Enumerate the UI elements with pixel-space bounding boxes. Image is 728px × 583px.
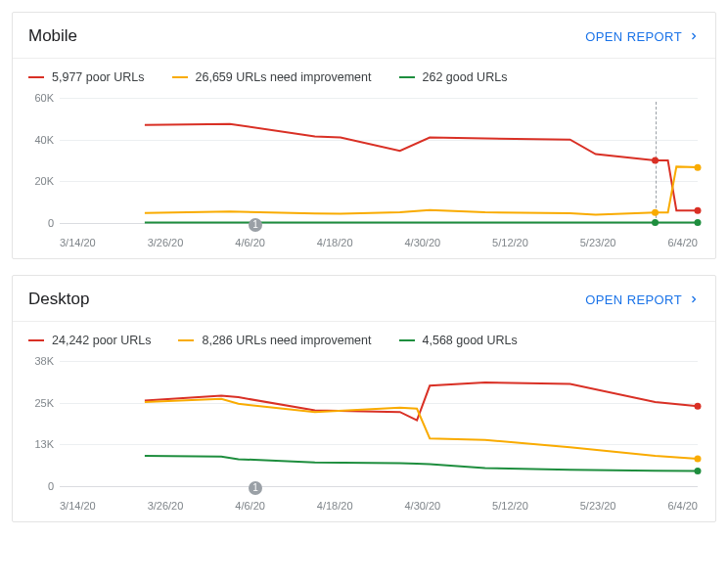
annotation-badge[interactable]: 1 <box>249 481 262 495</box>
x-tick-label: 3/26/20 <box>148 237 184 248</box>
series-dot <box>652 157 659 164</box>
card-header: Mobile OPEN REPORT <box>13 13 715 59</box>
series-line <box>145 166 698 214</box>
x-tick-label: 5/12/20 <box>492 500 528 512</box>
x-tick-label: 5/23/20 <box>580 500 616 512</box>
chevron-right-icon <box>688 30 700 42</box>
x-tick-label: 4/18/20 <box>317 500 353 512</box>
legend-needs-improvement: 26,659 URLs need improvement <box>172 70 372 84</box>
legend-swatch-good <box>399 76 415 78</box>
legend-value: 26,659 <box>196 70 233 84</box>
legend: 24,242 poor URLs 8,286 URLs need improve… <box>13 322 715 353</box>
legend-swatch-poor <box>28 76 44 78</box>
legend-needs-improvement: 8,286 URLs need improvement <box>178 334 371 347</box>
legend-poor: 5,977 poor URLs <box>28 70 145 84</box>
series-dot <box>695 219 702 226</box>
x-tick-label: 4/30/20 <box>404 237 440 248</box>
y-tick-label: 13K <box>28 438 54 450</box>
legend-label: poor URLs <box>86 70 145 84</box>
chart-area: 60K40K20K013/14/203/26/204/6/204/18/204/… <box>13 90 715 258</box>
annotation-badge[interactable]: 1 <box>249 218 262 232</box>
chart-area: 38K25K13K013/14/203/26/204/6/204/18/204/… <box>13 353 715 521</box>
x-tick-label: 4/6/20 <box>235 237 265 248</box>
x-tick-label: 3/14/20 <box>60 500 96 512</box>
series-line <box>145 456 698 471</box>
legend-label: URLs need improvement <box>236 70 371 84</box>
open-report-button[interactable]: OPEN REPORT <box>585 292 700 307</box>
card-header: Desktop OPEN REPORT <box>13 276 715 322</box>
legend-swatch-poor <box>28 339 44 341</box>
y-tick-label: 60K <box>28 92 54 104</box>
series-dot <box>695 164 702 171</box>
x-tick-label: 4/18/20 <box>317 237 353 248</box>
legend-value: 4,568 <box>423 334 453 347</box>
x-tick-label: 4/30/20 <box>404 500 440 512</box>
open-report-button[interactable]: OPEN REPORT <box>585 29 700 44</box>
card-title: Mobile <box>28 26 77 46</box>
legend-good: 4,568 good URLs <box>399 334 518 347</box>
x-tick-label: 6/4/20 <box>667 237 698 248</box>
series-line <box>145 124 698 211</box>
card-title: Desktop <box>28 290 89 309</box>
y-tick-label: 0 <box>28 480 54 492</box>
legend-value: 5,977 <box>52 70 82 84</box>
series-dot <box>695 468 702 474</box>
series-dot <box>695 403 702 410</box>
legend-value: 8,286 <box>202 334 232 347</box>
x-tick-label: 5/23/20 <box>580 237 616 248</box>
legend-label: good URLs <box>446 70 508 84</box>
y-tick-label: 0 <box>28 217 54 229</box>
series-dot <box>652 209 659 216</box>
y-tick-label: 25K <box>28 397 54 409</box>
legend-good: 262 good URLs <box>399 70 508 84</box>
x-tick-label: 3/26/20 <box>148 500 184 512</box>
x-tick-label: 5/12/20 <box>492 237 528 248</box>
y-tick-label: 40K <box>28 134 54 146</box>
legend-swatch-ni <box>178 339 194 341</box>
open-report-label: OPEN REPORT <box>585 292 682 307</box>
legend-poor: 24,242 poor URLs <box>28 334 151 347</box>
legend-swatch-good <box>399 339 415 341</box>
legend-value: 24,242 <box>52 334 89 347</box>
chevron-right-icon <box>688 293 700 305</box>
legend-swatch-ni <box>172 76 188 78</box>
legend-label: poor URLs <box>93 334 152 347</box>
open-report-label: OPEN REPORT <box>585 29 682 44</box>
y-tick-label: 38K <box>28 355 54 367</box>
legend-value: 262 <box>423 70 443 84</box>
desktop-card: Desktop OPEN REPORT 24,242 poor URLs 8,2… <box>12 275 716 522</box>
legend-label: good URLs <box>456 334 518 347</box>
y-tick-label: 20K <box>28 175 54 187</box>
mobile-card: Mobile OPEN REPORT 5,977 poor URLs 26,65… <box>12 12 716 259</box>
x-tick-label: 4/6/20 <box>235 500 265 512</box>
series-dot <box>695 207 702 214</box>
series-dot <box>652 219 659 226</box>
x-tick-label: 6/4/20 <box>667 500 698 512</box>
x-tick-label: 3/14/20 <box>60 237 96 248</box>
legend: 5,977 poor URLs 26,659 URLs need improve… <box>13 59 715 90</box>
series-dot <box>695 456 702 463</box>
legend-label: URLs need improvement <box>236 334 371 347</box>
